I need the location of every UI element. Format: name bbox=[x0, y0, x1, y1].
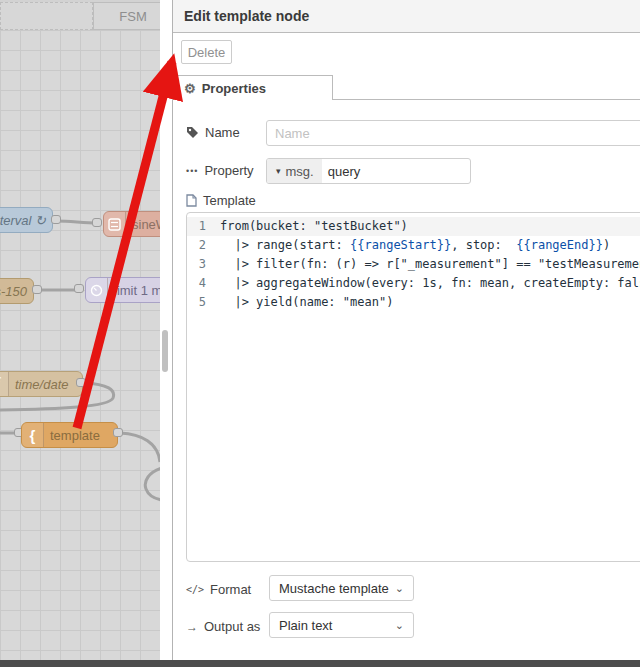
edit-node-panel: Edit template node Delete ⚙ Properties N… bbox=[172, 0, 640, 661]
line-number: 3 bbox=[187, 255, 220, 274]
output-field-label: → Output as bbox=[186, 619, 260, 634]
property-label-text: Property bbox=[204, 163, 253, 178]
function-icon: f bbox=[0, 372, 9, 396]
output-select-value: Plain text bbox=[279, 618, 332, 633]
canvas-vertical-scrollbar bbox=[160, 0, 172, 661]
node-limit[interactable]: limit 1 ms bbox=[85, 277, 160, 303]
property-typed-input[interactable]: ▾ msg. query bbox=[266, 158, 471, 184]
workspace-tab-fsm[interactable]: FSM bbox=[93, 2, 160, 30]
code-text: |> range(start: {{rangeStart}}, stop: {{… bbox=[220, 236, 610, 255]
gauge-icon bbox=[86, 278, 108, 302]
chevron-down-icon: ▾ bbox=[276, 166, 281, 176]
node-label: template bbox=[44, 428, 106, 443]
port-interval-out[interactable] bbox=[51, 215, 61, 224]
code-line: 2 |> range(start: {{rangeStart}}, stop: … bbox=[187, 236, 640, 255]
code-text: |> filter(fn: (r) => r["_measurement"] =… bbox=[220, 255, 640, 274]
template-field-label: Template bbox=[186, 193, 256, 208]
node-timedate[interactable]: f time/date bbox=[0, 371, 83, 397]
format-field-label: </> Format bbox=[186, 582, 251, 597]
line-number: 1 bbox=[187, 217, 220, 236]
wave-generator-icon bbox=[104, 212, 126, 236]
node-label: limit 1 ms bbox=[108, 283, 160, 298]
format-select[interactable]: Mustache template ⌄ bbox=[269, 575, 414, 601]
output-as-select[interactable]: Plain text ⌄ bbox=[269, 612, 414, 638]
port-limit-in[interactable] bbox=[74, 284, 84, 293]
arrow-right-icon: → bbox=[186, 620, 198, 634]
node-label: interval ↻ bbox=[0, 213, 52, 228]
code-line: 1from(bucket: "testBucket") bbox=[187, 217, 640, 236]
tab-properties[interactable]: ⚙ Properties bbox=[173, 75, 333, 100]
panel-title: Edit template node bbox=[184, 8, 309, 24]
format-select-value: Mustache template bbox=[279, 581, 389, 596]
workspace-tabbar: FSM bbox=[0, 0, 160, 30]
property-value: query bbox=[322, 164, 361, 179]
scrollbar-thumb[interactable] bbox=[162, 330, 168, 372]
format-label-text: Format bbox=[210, 582, 251, 597]
template-code-editor[interactable]: 1from(bucket: "testBucket")2 |> range(st… bbox=[186, 212, 640, 562]
gear-icon: ⚙ bbox=[184, 81, 196, 96]
code-text: from(bucket: "testBucket") bbox=[220, 217, 408, 236]
node-sinewave[interactable]: sineW bbox=[103, 211, 160, 237]
property-field-label: ••• Property bbox=[186, 163, 254, 178]
flow-canvas[interactable]: FSM interval ↻ sineW bbox=[0, 0, 160, 661]
line-number: 5 bbox=[187, 293, 220, 312]
output-label-text: Output as bbox=[204, 619, 260, 634]
workspace-tab-label: FSM bbox=[119, 9, 146, 24]
workspace-tab-current[interactable] bbox=[0, 2, 93, 30]
chevron-down-icon: ⌄ bbox=[395, 619, 404, 632]
name-input[interactable] bbox=[266, 120, 640, 146]
node-label: s-150 bbox=[0, 284, 33, 299]
document-icon bbox=[186, 194, 197, 207]
node-interval[interactable]: interval ↻ bbox=[0, 207, 53, 233]
node-ms150[interactable]: s-150 bbox=[0, 278, 34, 304]
chevron-down-icon: ⌄ bbox=[395, 582, 404, 595]
code-text: |> yield(name: "mean") bbox=[220, 293, 393, 312]
tag-icon bbox=[186, 126, 199, 139]
screenshot-stage: FSM interval ↻ sineW bbox=[0, 0, 640, 667]
canvas-grid bbox=[0, 30, 160, 661]
tab-properties-label: Properties bbox=[202, 81, 266, 96]
ellipsis-icon: ••• bbox=[186, 166, 198, 176]
node-template[interactable]: { template bbox=[21, 422, 118, 448]
code-text: |> aggregateWindow(every: 1s, fn: mean, … bbox=[220, 274, 640, 293]
line-number: 4 bbox=[187, 274, 220, 293]
code-line: 4 |> aggregateWindow(every: 1s, fn: mean… bbox=[187, 274, 640, 293]
panel-header: Edit template node bbox=[173, 0, 640, 33]
code-line: 5 |> yield(name: "mean") bbox=[187, 293, 640, 312]
line-number: 2 bbox=[187, 236, 220, 255]
property-prefix: msg. bbox=[286, 164, 314, 179]
template-label-text: Template bbox=[203, 193, 256, 208]
mustache-brace-icon: { bbox=[22, 423, 44, 447]
node-label: sineW bbox=[126, 217, 160, 232]
footer-bar bbox=[0, 660, 640, 667]
name-label-text: Name bbox=[205, 125, 240, 140]
name-field-label: Name bbox=[186, 125, 240, 140]
property-type-button[interactable]: ▾ msg. bbox=[267, 159, 322, 183]
port-timedate-out[interactable] bbox=[76, 378, 86, 387]
code-brackets-icon: </> bbox=[186, 584, 204, 595]
port-sinewave-in[interactable] bbox=[92, 218, 102, 227]
port-ms150-out[interactable] bbox=[32, 285, 42, 294]
panel-tabstrip: ⚙ Properties bbox=[173, 75, 640, 100]
port-template-out[interactable] bbox=[113, 428, 123, 437]
code-line: 3 |> filter(fn: (r) => r["_measurement"]… bbox=[187, 255, 640, 274]
node-label: time/date bbox=[9, 377, 74, 392]
delete-button[interactable]: Delete bbox=[181, 40, 232, 64]
